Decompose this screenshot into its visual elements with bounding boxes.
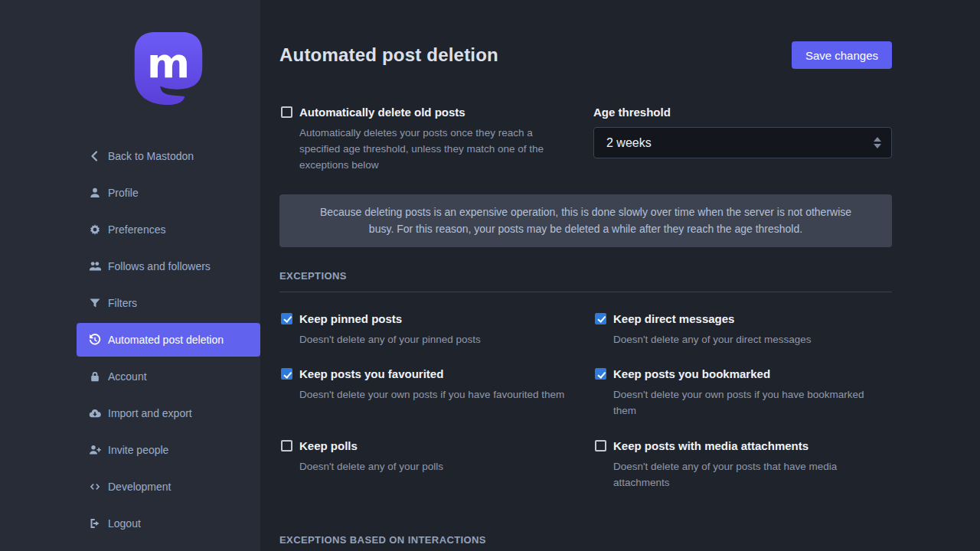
auto-delete-field: Automatically delete old posts Automatic… [279,106,578,174]
sidebar-item-label: Filters [108,297,137,309]
user-plus-icon [89,444,101,456]
sidebar-item-label: Automated post deletion [108,334,224,346]
keep-polls-row[interactable]: Keep polls [279,439,578,452]
user-icon [89,187,101,199]
keep-bookmarked-row[interactable]: Keep posts you bookmarked [593,367,892,380]
sidebar-item-label: Development [108,481,172,493]
sidebar-item-import-and-export[interactable]: Import and export [77,396,260,430]
filter-icon [89,297,101,309]
select-arrows-icon [874,137,881,148]
sidebar-item-automated-post-deletion[interactable]: Automated post deletion [77,323,260,357]
checkbox-hint: Doesn't delete any of your pinned posts [299,332,569,348]
cloud-download-icon [89,407,101,419]
sidebar-item-label: Invite people [108,444,168,456]
auto-delete-label: Automatically delete old posts [299,106,466,119]
keep-direct-messages-field: Keep direct messages Doesn't delete any … [593,312,892,348]
mastodon-logo-icon: m [132,31,205,107]
section-header-interactions: EXCEPTIONS BASED ON INTERACTIONS [279,534,892,551]
exceptions-grid: Keep pinned posts Doesn't delete any of … [279,312,892,512]
age-threshold-field: Age threshold 2 weeks [593,106,892,174]
keep-favourited-row[interactable]: Keep posts you favourited [279,367,578,380]
checkbox-hint: Doesn't delete any of your posts that ha… [613,459,883,491]
checkbox-label: Keep posts you favourited [299,367,443,380]
keep-bookmarked-checkbox[interactable] [595,368,606,380]
checkbox-label: Keep direct messages [613,312,734,325]
age-threshold-select[interactable]: 2 weeks [593,127,892,158]
page-header: Automated post deletion Save changes [279,41,892,69]
info-notice: Because deleting posts is an expensive o… [279,194,892,247]
section-header-exceptions: EXCEPTIONS [279,270,892,292]
auto-delete-row: Automatically delete old posts Automatic… [279,106,892,174]
code-icon [89,481,101,493]
app-window: m Back to Mastodon Profile [0,0,980,551]
sidebar-item-profile[interactable]: Profile [77,176,260,210]
age-threshold-label: Age threshold [593,106,892,119]
sidebar-item-label: Profile [108,187,139,199]
sidebar-item-logout[interactable]: Logout [77,507,260,540]
keep-media-row[interactable]: Keep posts with media attachments [593,439,892,452]
history-icon [89,334,101,346]
sidebar-nav: Back to Mastodon Profile Preferences [77,138,260,542]
sidebar-item-label: Account [108,370,147,383]
chevron-left-icon [89,150,101,162]
sidebar-item-development[interactable]: Development [77,470,260,504]
keep-pinned-posts-field: Keep pinned posts Doesn't delete any of … [279,312,578,348]
sidebar-item-label: Back to Mastodon [108,150,194,162]
auto-delete-hint: Automatically deletes your posts once th… [299,126,569,174]
keep-pinned-posts-row[interactable]: Keep pinned posts [279,312,578,325]
keep-polls-checkbox[interactable] [281,440,292,452]
checkbox-hint: Doesn't delete any of your direct messag… [613,332,883,348]
sidebar-item-preferences[interactable]: Preferences [77,213,260,246]
sidebar-item-label: Preferences [108,223,165,236]
gear-icon [89,223,101,236]
sidebar-item-label: Follows and followers [108,260,211,272]
svg-text:m: m [147,39,190,87]
save-changes-button[interactable]: Save changes [792,41,892,69]
sidebar-item-label: Logout [108,517,141,530]
checkbox-hint: Doesn't delete any of your polls [299,459,569,475]
checkbox-label: Keep polls [299,439,358,452]
sidebar-inner: m Back to Mastodon Profile [77,31,260,542]
logout-icon [89,517,101,530]
keep-polls-field: Keep polls Doesn't delete any of your po… [279,439,578,491]
sidebar-item-account[interactable]: Account [77,360,260,393]
sidebar-item-invite-people[interactable]: Invite people [77,433,260,467]
checkbox-label: Keep pinned posts [299,312,402,325]
keep-media-field: Keep posts with media attachments Doesn'… [593,439,892,491]
sidebar-item-filters[interactable]: Filters [77,286,260,320]
settings-content: Automated post deletion Save changes Aut… [260,0,980,551]
settings-sidebar: m Back to Mastodon Profile [0,0,260,551]
keep-pinned-posts-checkbox[interactable] [281,313,292,324]
users-icon [89,260,101,272]
lock-icon [89,370,101,383]
age-threshold-value: 2 weeks [606,136,652,150]
keep-favourited-checkbox[interactable] [281,368,292,380]
checkbox-hint: Doesn't delete your own posts if you hav… [299,387,569,403]
sidebar-item-label: Import and export [108,407,192,419]
checkbox-label: Keep posts with media attachments [613,439,808,452]
keep-media-checkbox[interactable] [595,440,606,452]
checkbox-hint: Doesn't delete your own posts if you hav… [613,387,883,419]
content-column: Automated post deletion Save changes Aut… [279,0,892,551]
auto-delete-checkbox[interactable] [281,106,292,118]
auto-delete-checkbox-row[interactable]: Automatically delete old posts [279,106,578,119]
sidebar-item-back-to-mastodon[interactable]: Back to Mastodon [77,139,260,173]
page-title: Automated post deletion [279,44,498,66]
keep-direct-messages-checkbox[interactable] [595,313,606,324]
keep-direct-messages-row[interactable]: Keep direct messages [593,312,892,325]
keep-bookmarked-field: Keep posts you bookmarked Doesn't delete… [593,367,892,419]
keep-favourited-field: Keep posts you favourited Doesn't delete… [279,367,578,419]
sidebar-item-follows-and-followers[interactable]: Follows and followers [77,249,260,283]
checkbox-label: Keep posts you bookmarked [613,367,770,380]
